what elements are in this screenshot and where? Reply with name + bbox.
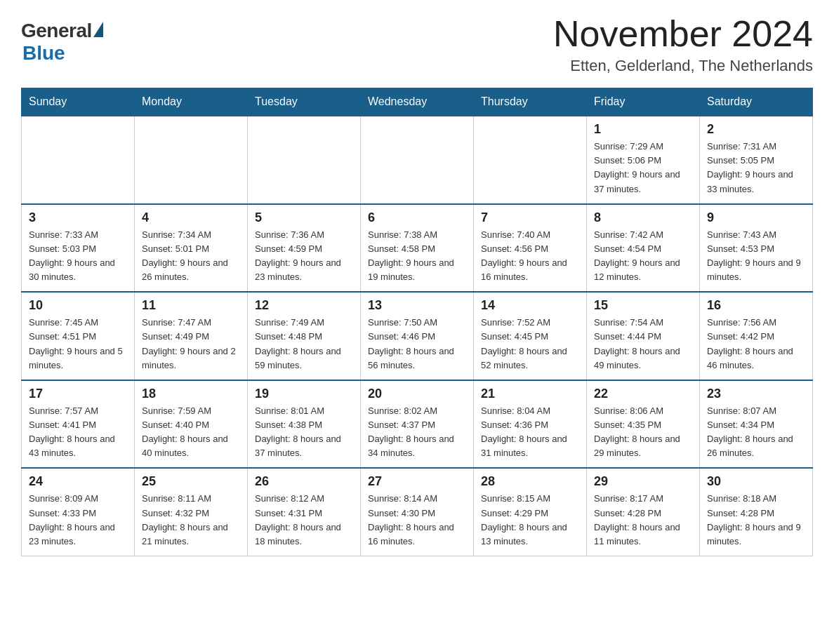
- day-number: 8: [594, 210, 692, 225]
- calendar-cell: 14Sunrise: 7:52 AMSunset: 4:45 PMDayligh…: [474, 292, 587, 380]
- calendar-cell: 15Sunrise: 7:54 AMSunset: 4:44 PMDayligh…: [587, 292, 700, 380]
- calendar-header: SundayMondayTuesdayWednesdayThursdayFrid…: [22, 88, 813, 116]
- day-info: Sunrise: 7:54 AMSunset: 4:44 PMDaylight:…: [594, 316, 692, 373]
- day-info: Sunrise: 7:52 AMSunset: 4:45 PMDaylight:…: [481, 316, 579, 373]
- day-info: Sunrise: 8:01 AMSunset: 4:38 PMDaylight:…: [255, 404, 353, 461]
- calendar-cell: 4Sunrise: 7:34 AMSunset: 5:01 PMDaylight…: [135, 204, 248, 293]
- calendar-week-row: 17Sunrise: 7:57 AMSunset: 4:41 PMDayligh…: [22, 380, 813, 469]
- day-number: 23: [707, 387, 805, 401]
- weekday-header-friday: Friday: [587, 88, 700, 116]
- calendar-cell: 16Sunrise: 7:56 AMSunset: 4:42 PMDayligh…: [700, 292, 813, 380]
- calendar-cell: 25Sunrise: 8:11 AMSunset: 4:32 PMDayligh…: [135, 468, 248, 556]
- calendar-cell: 8Sunrise: 7:42 AMSunset: 4:54 PMDaylight…: [587, 204, 700, 293]
- weekday-header-wednesday: Wednesday: [361, 88, 474, 116]
- calendar-cell: 29Sunrise: 8:17 AMSunset: 4:28 PMDayligh…: [587, 468, 700, 556]
- day-number: 19: [255, 387, 353, 401]
- calendar-cell: 28Sunrise: 8:15 AMSunset: 4:29 PMDayligh…: [474, 468, 587, 556]
- day-info: Sunrise: 8:09 AMSunset: 4:33 PMDaylight:…: [29, 492, 127, 549]
- calendar-cell: 17Sunrise: 7:57 AMSunset: 4:41 PMDayligh…: [22, 380, 135, 469]
- day-info: Sunrise: 7:29 AMSunset: 5:06 PMDaylight:…: [594, 140, 692, 196]
- calendar-cell: 18Sunrise: 7:59 AMSunset: 4:40 PMDayligh…: [135, 380, 248, 469]
- calendar-cell: 12Sunrise: 7:49 AMSunset: 4:48 PMDayligh…: [248, 292, 361, 380]
- day-number: 3: [29, 210, 127, 225]
- day-number: 25: [142, 474, 240, 489]
- calendar-cell: [135, 116, 248, 204]
- calendar-cell: 20Sunrise: 8:02 AMSunset: 4:37 PMDayligh…: [361, 380, 474, 469]
- calendar-cell: 24Sunrise: 8:09 AMSunset: 4:33 PMDayligh…: [22, 468, 135, 556]
- day-number: 2: [707, 122, 805, 137]
- day-number: 14: [481, 298, 579, 313]
- weekday-header-saturday: Saturday: [700, 88, 813, 116]
- calendar-cell: [474, 116, 587, 204]
- calendar-cell: 7Sunrise: 7:40 AMSunset: 4:56 PMDaylight…: [474, 204, 587, 293]
- calendar-cell: 27Sunrise: 8:14 AMSunset: 4:30 PMDayligh…: [361, 468, 474, 556]
- weekday-header-thursday: Thursday: [474, 88, 587, 116]
- calendar-cell: 2Sunrise: 7:31 AMSunset: 5:05 PMDaylight…: [700, 116, 813, 204]
- day-number: 30: [707, 474, 805, 489]
- calendar-cell: 13Sunrise: 7:50 AMSunset: 4:46 PMDayligh…: [361, 292, 474, 380]
- day-info: Sunrise: 7:56 AMSunset: 4:42 PMDaylight:…: [707, 316, 805, 373]
- calendar-cell: 6Sunrise: 7:38 AMSunset: 4:58 PMDaylight…: [361, 204, 474, 293]
- calendar-cell: 19Sunrise: 8:01 AMSunset: 4:38 PMDayligh…: [248, 380, 361, 469]
- calendar-week-row: 10Sunrise: 7:45 AMSunset: 4:51 PMDayligh…: [22, 292, 813, 380]
- calendar-cell: 9Sunrise: 7:43 AMSunset: 4:53 PMDaylight…: [700, 204, 813, 293]
- calendar-cell: [361, 116, 474, 204]
- day-number: 18: [142, 387, 240, 401]
- day-info: Sunrise: 8:02 AMSunset: 4:37 PMDaylight:…: [368, 404, 466, 461]
- calendar-week-row: 1Sunrise: 7:29 AMSunset: 5:06 PMDaylight…: [22, 116, 813, 204]
- day-number: 27: [368, 474, 466, 489]
- day-info: Sunrise: 8:06 AMSunset: 4:35 PMDaylight:…: [594, 404, 692, 461]
- day-info: Sunrise: 8:12 AMSunset: 4:31 PMDaylight:…: [255, 492, 353, 549]
- day-info: Sunrise: 8:07 AMSunset: 4:34 PMDaylight:…: [707, 404, 805, 461]
- day-info: Sunrise: 7:36 AMSunset: 4:59 PMDaylight:…: [255, 228, 353, 285]
- calendar-cell: 26Sunrise: 8:12 AMSunset: 4:31 PMDayligh…: [248, 468, 361, 556]
- logo-general-text: General: [21, 20, 92, 42]
- weekday-header-tuesday: Tuesday: [248, 88, 361, 116]
- day-number: 24: [29, 474, 127, 489]
- day-number: 9: [707, 210, 805, 225]
- day-number: 28: [481, 474, 579, 489]
- calendar-week-row: 3Sunrise: 7:33 AMSunset: 5:03 PMDaylight…: [22, 204, 813, 293]
- day-number: 10: [29, 298, 127, 313]
- calendar-cell: 11Sunrise: 7:47 AMSunset: 4:49 PMDayligh…: [135, 292, 248, 380]
- day-info: Sunrise: 8:15 AMSunset: 4:29 PMDaylight:…: [481, 492, 579, 549]
- logo: General Blue: [21, 20, 103, 65]
- location-title: Etten, Gelderland, The Netherlands: [553, 57, 813, 75]
- day-number: 17: [29, 387, 127, 401]
- day-info: Sunrise: 7:34 AMSunset: 5:01 PMDaylight:…: [142, 228, 240, 285]
- logo-blue-text: Blue: [22, 42, 65, 65]
- day-number: 29: [594, 474, 692, 489]
- day-info: Sunrise: 7:43 AMSunset: 4:53 PMDaylight:…: [707, 228, 805, 285]
- day-number: 12: [255, 298, 353, 313]
- title-area: November 2024 Etten, Gelderland, The Net…: [553, 14, 813, 75]
- day-info: Sunrise: 8:11 AMSunset: 4:32 PMDaylight:…: [142, 492, 240, 549]
- calendar-cell: 22Sunrise: 8:06 AMSunset: 4:35 PMDayligh…: [587, 380, 700, 469]
- calendar-cell: [22, 116, 135, 204]
- header: General Blue November 2024 Etten, Gelder…: [21, 14, 813, 75]
- day-number: 21: [481, 387, 579, 401]
- calendar-cell: 23Sunrise: 8:07 AMSunset: 4:34 PMDayligh…: [700, 380, 813, 469]
- day-info: Sunrise: 7:50 AMSunset: 4:46 PMDaylight:…: [368, 316, 466, 373]
- calendar-cell: [248, 116, 361, 204]
- day-info: Sunrise: 7:49 AMSunset: 4:48 PMDaylight:…: [255, 316, 353, 373]
- calendar-cell: 3Sunrise: 7:33 AMSunset: 5:03 PMDaylight…: [22, 204, 135, 293]
- day-number: 16: [707, 298, 805, 313]
- weekday-header-sunday: Sunday: [22, 88, 135, 116]
- day-number: 26: [255, 474, 353, 489]
- day-info: Sunrise: 8:17 AMSunset: 4:28 PMDaylight:…: [594, 492, 692, 549]
- day-number: 6: [368, 210, 466, 225]
- day-info: Sunrise: 8:14 AMSunset: 4:30 PMDaylight:…: [368, 492, 466, 549]
- calendar-cell: 10Sunrise: 7:45 AMSunset: 4:51 PMDayligh…: [22, 292, 135, 380]
- weekday-header-monday: Monday: [135, 88, 248, 116]
- day-number: 4: [142, 210, 240, 225]
- day-info: Sunrise: 7:45 AMSunset: 4:51 PMDaylight:…: [29, 316, 127, 373]
- day-info: Sunrise: 7:59 AMSunset: 4:40 PMDaylight:…: [142, 404, 240, 461]
- day-info: Sunrise: 7:38 AMSunset: 4:58 PMDaylight:…: [368, 228, 466, 285]
- logo-triangle-icon: [93, 22, 103, 37]
- day-info: Sunrise: 7:57 AMSunset: 4:41 PMDaylight:…: [29, 404, 127, 461]
- calendar-week-row: 24Sunrise: 8:09 AMSunset: 4:33 PMDayligh…: [22, 468, 813, 556]
- calendar-table: SundayMondayTuesdayWednesdayThursdayFrid…: [21, 88, 813, 556]
- weekday-header-row: SundayMondayTuesdayWednesdayThursdayFrid…: [22, 88, 813, 116]
- day-number: 13: [368, 298, 466, 313]
- day-info: Sunrise: 7:42 AMSunset: 4:54 PMDaylight:…: [594, 228, 692, 285]
